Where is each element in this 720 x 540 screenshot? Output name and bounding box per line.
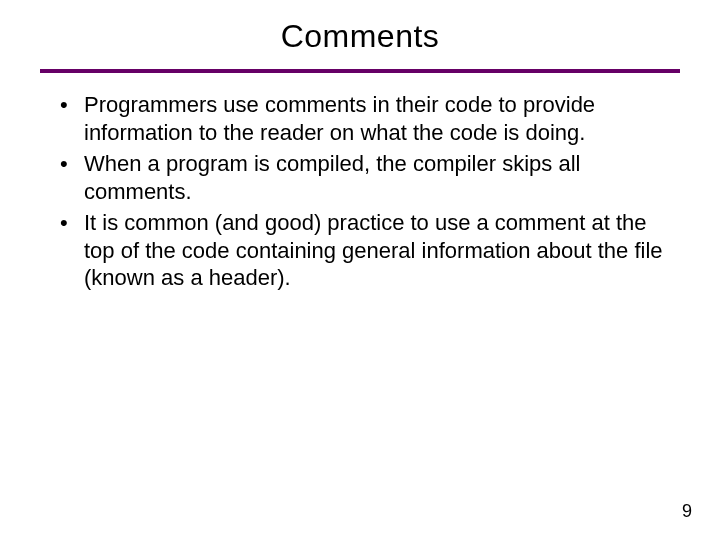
title-divider bbox=[40, 69, 680, 73]
list-item: When a program is compiled, the compiler… bbox=[60, 150, 672, 205]
list-item: It is common (and good) practice to use … bbox=[60, 209, 672, 292]
list-item: Programmers use comments in their code t… bbox=[60, 91, 672, 146]
page-number: 9 bbox=[682, 501, 692, 522]
slide-title: Comments bbox=[40, 18, 680, 55]
bullet-list: Programmers use comments in their code t… bbox=[40, 91, 680, 292]
slide: Comments Programmers use comments in the… bbox=[0, 0, 720, 540]
